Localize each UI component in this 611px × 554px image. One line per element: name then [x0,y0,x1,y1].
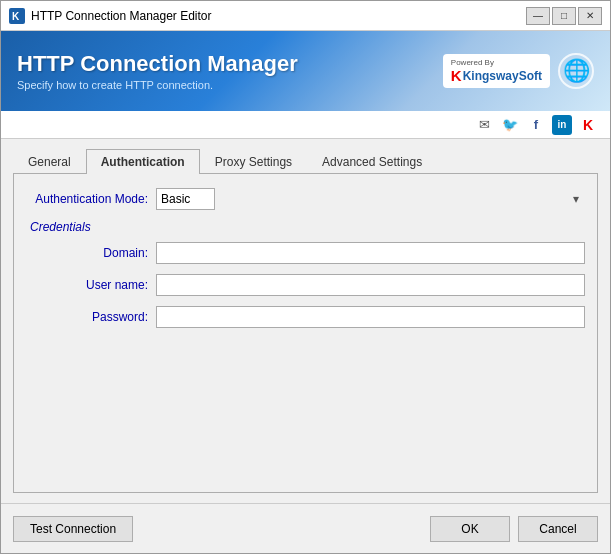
title-bar: K HTTP Connection Manager Editor — □ ✕ [1,1,610,31]
window-controls: — □ ✕ [526,7,602,25]
auth-mode-select-wrapper: Basic None Windows [156,188,585,210]
auth-mode-row: Authentication Mode: Basic None Windows [26,188,585,210]
globe-icon: 🌐 [558,53,594,89]
right-actions: OK Cancel [430,516,598,542]
credentials-group-label: Credentials [30,220,585,234]
tab-proxy-settings[interactable]: Proxy Settings [200,149,307,174]
header-logo: Powered By K KingswaySoft 🌐 [443,53,594,89]
email-icon[interactable]: ✉ [474,115,494,135]
brand-k-icon: K [451,67,462,84]
brand-name: KingswaySoft [463,69,542,83]
powered-by-content: Powered By K KingswaySoft [451,58,542,84]
main-window: K HTTP Connection Manager Editor — □ ✕ H… [0,0,611,554]
maximize-button[interactable]: □ [552,7,576,25]
domain-label: Domain: [26,246,156,260]
powered-by-text: Powered By [451,58,542,67]
social-bar: ✉ 🐦 f in K [1,111,610,139]
header-title: HTTP Connection Manager [17,51,443,77]
minimize-button[interactable]: — [526,7,550,25]
k-brand-icon[interactable]: K [578,115,598,135]
header-banner: HTTP Connection Manager Specify how to c… [1,31,610,111]
tab-authentication[interactable]: Authentication [86,149,200,174]
ok-button[interactable]: OK [430,516,510,542]
tab-general[interactable]: General [13,149,86,174]
tab-content-authentication: Authentication Mode: Basic None Windows … [13,174,598,493]
domain-row: Domain: [26,242,585,264]
powered-by-box: Powered By K KingswaySoft [443,54,550,88]
app-icon: K [9,8,25,24]
left-actions: Test Connection [13,516,133,542]
main-content: General Authentication Proxy Settings Ad… [1,139,610,503]
test-connection-button[interactable]: Test Connection [13,516,133,542]
username-label: User name: [26,278,156,292]
password-row: Password: [26,306,585,328]
cancel-button[interactable]: Cancel [518,516,598,542]
twitter-icon[interactable]: 🐦 [500,115,520,135]
auth-mode-label: Authentication Mode: [26,192,156,206]
auth-mode-select[interactable]: Basic None Windows [156,188,215,210]
window-title: HTTP Connection Manager Editor [31,9,526,23]
domain-input[interactable] [156,242,585,264]
close-button[interactable]: ✕ [578,7,602,25]
linkedin-icon[interactable]: in [552,115,572,135]
tab-bar: General Authentication Proxy Settings Ad… [13,149,598,174]
tab-advanced-settings[interactable]: Advanced Settings [307,149,437,174]
facebook-icon[interactable]: f [526,115,546,135]
username-row: User name: [26,274,585,296]
svg-text:K: K [12,11,20,22]
password-input[interactable] [156,306,585,328]
username-input[interactable] [156,274,585,296]
header-subtitle: Specify how to create HTTP connection. [17,79,443,91]
password-label: Password: [26,310,156,324]
header-title-block: HTTP Connection Manager Specify how to c… [17,51,443,91]
bottom-bar: Test Connection OK Cancel [1,503,610,553]
